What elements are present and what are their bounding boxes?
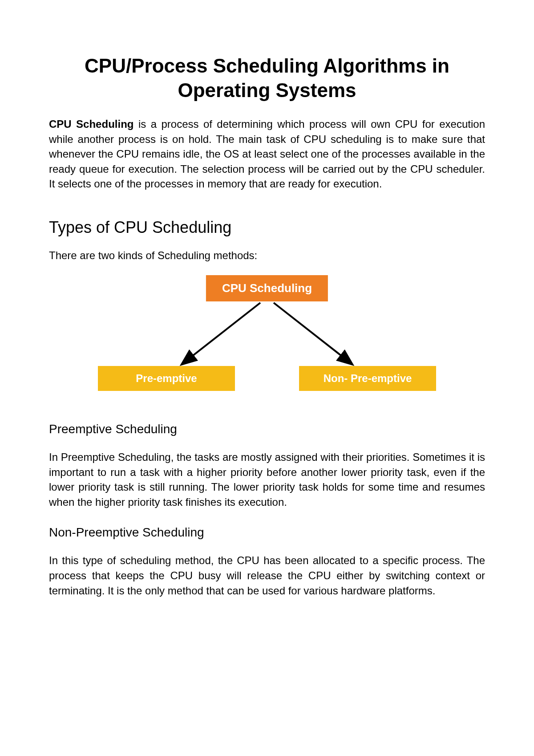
scheduling-diagram: CPU Scheduling Pre-emptive Non- Pre-empt… [49,275,485,391]
diagram-box-left: Pre-emptive [98,366,235,391]
nonpreemptive-heading: Non-Preemptive Scheduling [49,525,485,540]
preemptive-paragraph: In Preemptive Scheduling, the tasks are … [49,450,485,509]
svg-line-2 [274,303,352,364]
svg-line-1 [182,303,260,364]
intro-bold-term: CPU Scheduling [49,118,134,130]
diagram-box-top: CPU Scheduling [206,275,328,301]
intro-paragraph: CPU Scheduling is a process of determini… [49,117,485,191]
diagram-arrows [151,299,383,370]
page-title: CPU/Process Scheduling Algorithms in Ope… [49,53,485,102]
preemptive-heading: Preemptive Scheduling [49,422,485,436]
diagram-box-right: Non- Pre-emptive [299,366,436,391]
types-intro-text: There are two kinds of Scheduling method… [49,249,485,262]
nonpreemptive-paragraph: In this type of scheduling method, the C… [49,553,485,598]
types-heading: Types of CPU Scheduling [49,218,485,237]
